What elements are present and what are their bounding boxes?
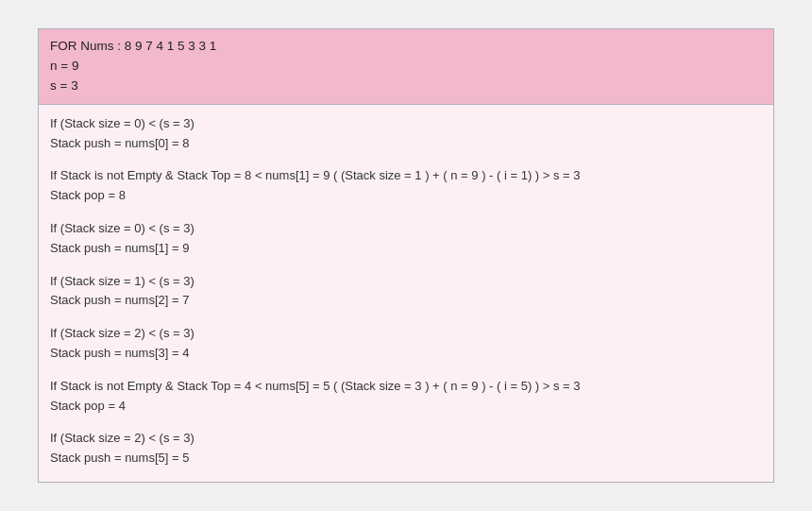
block-2-line-0: If (Stack size = 0) < (s = 3) xyxy=(50,219,762,239)
block-6-line-1: Stack push = nums[5] = 5 xyxy=(50,449,762,468)
block-5: If Stack is not Empty & Stack Top = 4 < … xyxy=(50,377,762,417)
header-section: FOR Nums : 8 9 7 4 1 5 3 3 1 n = 9 s = 3 xyxy=(39,29,773,105)
block-5-line-0: If Stack is not Empty & Stack Top = 4 < … xyxy=(50,377,762,397)
block-2: If (Stack size = 0) < (s = 3)Stack push … xyxy=(50,219,762,259)
block-3-line-1: Stack push = nums[2] = 7 xyxy=(50,291,762,311)
block-3-line-0: If (Stack size = 1) < (s = 3) xyxy=(50,272,762,292)
block-4: If (Stack size = 2) < (s = 3)Stack push … xyxy=(50,324,762,364)
header-line2: n = 9 xyxy=(50,57,762,77)
block-1-line-1: Stack pop = 8 xyxy=(50,186,762,206)
block-5-line-1: Stack pop = 4 xyxy=(50,397,762,417)
block-0-line-0: If (Stack size = 0) < (s = 3) xyxy=(50,114,762,134)
header-line3: s = 3 xyxy=(50,77,762,96)
block-0-line-1: Stack push = nums[0] = 8 xyxy=(50,134,762,154)
block-1-line-0: If Stack is not Empty & Stack Top = 8 < … xyxy=(50,166,762,186)
block-1: If Stack is not Empty & Stack Top = 8 < … xyxy=(50,166,762,206)
block-2-line-1: Stack push = nums[1] = 9 xyxy=(50,239,762,259)
main-container: FOR Nums : 8 9 7 4 1 5 3 3 1 n = 9 s = 3… xyxy=(38,28,774,483)
header-line1: FOR Nums : 8 9 7 4 1 5 3 3 1 xyxy=(50,37,762,57)
block-3: If (Stack size = 1) < (s = 3)Stack push … xyxy=(50,272,762,312)
block-4-line-0: If (Stack size = 2) < (s = 3) xyxy=(50,324,762,344)
block-6-line-0: If (Stack size = 2) < (s = 3) xyxy=(50,429,762,449)
block-6: If (Stack size = 2) < (s = 3)Stack push … xyxy=(50,429,762,468)
block-0: If (Stack size = 0) < (s = 3)Stack push … xyxy=(50,114,762,154)
block-4-line-1: Stack push = nums[3] = 4 xyxy=(50,344,762,364)
body-section: If (Stack size = 0) < (s = 3)Stack push … xyxy=(39,105,773,482)
